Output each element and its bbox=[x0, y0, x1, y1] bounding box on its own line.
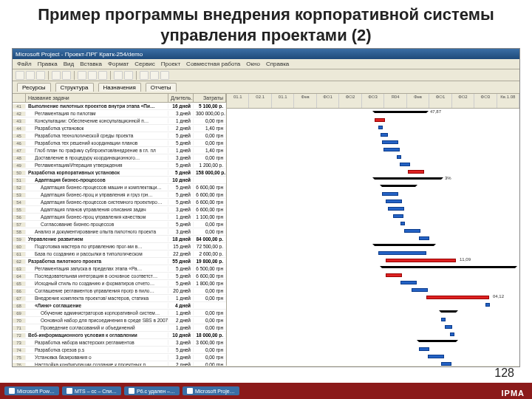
open-button[interactable] bbox=[26, 71, 35, 80]
table-row[interactable]: 62Разработка пилотного проекта55 дней19 … bbox=[13, 258, 226, 265]
table-row[interactable]: 72Веб-информационного условия к оглавлен… bbox=[13, 332, 226, 339]
menu-Справка[interactable]: Справка bbox=[266, 61, 289, 67]
task-bar[interactable] bbox=[375, 118, 385, 122]
table-row[interactable]: 45Разработка технологической среды проек… bbox=[13, 132, 226, 140]
task-bar[interactable] bbox=[381, 133, 388, 137]
task-bar[interactable] bbox=[386, 259, 456, 262]
menu-Файл[interactable]: Файл bbox=[17, 61, 32, 67]
task-bar[interactable] bbox=[378, 251, 426, 255]
menu-Окно[interactable]: Окно bbox=[246, 61, 260, 67]
menu-Формат[interactable]: Формат bbox=[108, 61, 129, 67]
table-row[interactable]: 49Регламентация/Итерация утверждения5 дн… bbox=[13, 162, 226, 169]
summary-bar[interactable] bbox=[375, 111, 426, 113]
table-row[interactable]: 52Адаптация бизнес-процессов машин и ком… bbox=[13, 184, 226, 191]
table-row[interactable]: 55Адаптация планов управления описания з… bbox=[13, 206, 226, 214]
table-row[interactable]: 53Адаптация бизнес-проц и управления и г… bbox=[13, 191, 226, 199]
col-duration[interactable]: Длитель… bbox=[168, 94, 194, 102]
menu-Вид[interactable]: Вид bbox=[64, 61, 74, 67]
grid-body[interactable]: 41Выполнение пилотных проектов внутри эт… bbox=[13, 103, 226, 366]
tab-Отчеты[interactable]: Отчеты bbox=[146, 83, 177, 92]
table-row[interactable]: 67Внедрение комплекта проектов/ мастеров… bbox=[13, 295, 226, 302]
gantt-chart[interactable]: 01.102.101.1ФевФО1ФО2ФО3Я04ФевФО1ФО2ФО3К… bbox=[227, 94, 519, 366]
col-cost[interactable]: Затраты bbox=[194, 94, 226, 102]
table-row[interactable]: 69Обучение администраторов корпоративной… bbox=[13, 310, 226, 317]
menu-Правка[interactable]: Правка bbox=[38, 61, 58, 67]
table-row[interactable]: 50Разработка корпоративных установок5 дн… bbox=[13, 169, 226, 177]
unlink-button[interactable] bbox=[150, 71, 159, 80]
summary-bar[interactable] bbox=[441, 310, 456, 313]
table-row[interactable]: 76Настройка конфигурации создание к прое… bbox=[13, 361, 226, 366]
summary-bar[interactable] bbox=[382, 185, 415, 187]
table-row[interactable]: 47Глоб план по графику субпроектов/внедр… bbox=[13, 147, 226, 154]
task-bar[interactable] bbox=[400, 281, 417, 284]
tab-Структура[interactable]: Структура bbox=[55, 83, 94, 92]
task-bar[interactable] bbox=[419, 236, 429, 240]
summary-bar[interactable] bbox=[419, 340, 456, 342]
table-row[interactable]: 58Анализ и документирование опыта пилотн… bbox=[13, 228, 226, 236]
table-row[interactable]: 63Регламентация запуска в пределах этапа… bbox=[13, 265, 226, 273]
table-row[interactable]: 51Адаптация бизнес-процессов10 дней bbox=[13, 177, 226, 184]
gantt-body[interactable]: 47,873%11,0904,12 bbox=[227, 109, 519, 366]
task-bar[interactable] bbox=[378, 126, 383, 129]
preview-button[interactable] bbox=[62, 71, 71, 80]
task-bar[interactable] bbox=[408, 170, 424, 174]
table-row[interactable]: 70Основной набор для присоединения в сре… bbox=[13, 317, 226, 324]
menu-Сервис[interactable]: Сервис bbox=[134, 61, 154, 67]
task-bar[interactable] bbox=[441, 362, 451, 366]
summary-bar[interactable] bbox=[382, 266, 515, 268]
table-row[interactable]: 46Разработка тех решений координации пла… bbox=[13, 140, 226, 147]
copy-button[interactable] bbox=[88, 71, 97, 80]
undo-button[interactable] bbox=[114, 71, 123, 80]
tab-Назначения[interactable]: Назначения bbox=[98, 83, 141, 92]
table-row[interactable]: 43Консультации: Обеспечение консультацио… bbox=[13, 117, 226, 125]
task-bar[interactable] bbox=[400, 163, 410, 166]
windows-taskbar[interactable]: Microsoft Pow…MTS – сс – Спи…Р6.с удален… bbox=[0, 383, 532, 399]
task-bar[interactable] bbox=[400, 222, 405, 225]
summary-bar[interactable] bbox=[375, 177, 441, 180]
menubar[interactable]: ФайлПравкаВидВставкаФорматСервисПроектСо… bbox=[13, 59, 519, 69]
table-row[interactable]: 56Адаптация бизнес-проц управления качес… bbox=[13, 214, 226, 221]
task-bar[interactable] bbox=[428, 355, 444, 358]
table-row[interactable]: 66Соглашение регламентов управления прог… bbox=[13, 287, 226, 295]
table-row[interactable]: 44Разработка установок2 дней1,40 грн bbox=[13, 125, 226, 132]
table-row[interactable]: 61База по созданию и рассылки в типологи… bbox=[13, 250, 226, 258]
table-row[interactable]: 75Установка базирования о3 дней0,00 грн bbox=[13, 354, 226, 361]
table-row[interactable]: 65Исходный стиль по созданию и форматиро… bbox=[13, 280, 226, 287]
task-bar[interactable] bbox=[386, 273, 402, 277]
table-row[interactable]: 68«Линк» соглашение4 дней bbox=[13, 302, 226, 310]
table-row[interactable]: 54Адаптация бизнес-процессов системного … bbox=[13, 199, 226, 206]
table-row[interactable]: 64Последовательная интеграция в основное… bbox=[13, 273, 226, 280]
paste-button[interactable] bbox=[98, 71, 107, 80]
task-bar[interactable] bbox=[445, 325, 452, 329]
col-name[interactable]: Название задачи bbox=[26, 94, 168, 102]
task-bar[interactable] bbox=[382, 140, 398, 144]
menu-Проект[interactable]: Проект bbox=[161, 61, 180, 67]
split-button[interactable] bbox=[160, 71, 169, 80]
task-bar[interactable] bbox=[412, 288, 428, 292]
taskbar-item[interactable]: Р6.с удален –… bbox=[124, 386, 180, 395]
link-button[interactable] bbox=[140, 71, 149, 80]
table-row[interactable]: 60Подготовка мастера по управлению прог-… bbox=[13, 243, 226, 250]
table-row[interactable]: 59Управление развитием18 дней84 000,00 р… bbox=[13, 236, 226, 243]
table-row[interactable]: 73Разработка набора мастерских регламент… bbox=[13, 339, 226, 347]
task-bar[interactable] bbox=[485, 303, 490, 307]
task-bar[interactable] bbox=[441, 318, 446, 321]
print-button[interactable] bbox=[52, 71, 61, 80]
task-bar[interactable] bbox=[450, 332, 454, 336]
task-grid[interactable]: Название задачи Длитель… Затраты 41Выпол… bbox=[13, 94, 227, 366]
redo-button[interactable] bbox=[124, 71, 133, 80]
task-bar[interactable] bbox=[386, 200, 402, 203]
task-bar[interactable] bbox=[393, 214, 403, 218]
task-bar[interactable] bbox=[383, 148, 400, 151]
view-tabs[interactable]: РесурсыСтруктураНазначенияОтчеты bbox=[13, 81, 519, 94]
table-row[interactable]: 41Выполнение пилотных проектов внутри эт… bbox=[13, 103, 226, 110]
toolbar[interactable] bbox=[13, 69, 519, 81]
task-bar[interactable] bbox=[404, 229, 420, 233]
menu-Совместная работа[interactable]: Совместная работа bbox=[186, 61, 240, 67]
cut-button[interactable] bbox=[78, 71, 86, 80]
col-id[interactable] bbox=[13, 94, 26, 102]
table-row[interactable]: 57Согласование бизнес-процессов5 дней0,0… bbox=[13, 221, 226, 228]
summary-bar[interactable] bbox=[375, 244, 434, 246]
taskbar-item[interactable]: Microsoft Proje… bbox=[183, 386, 239, 395]
task-bar[interactable] bbox=[397, 155, 401, 159]
